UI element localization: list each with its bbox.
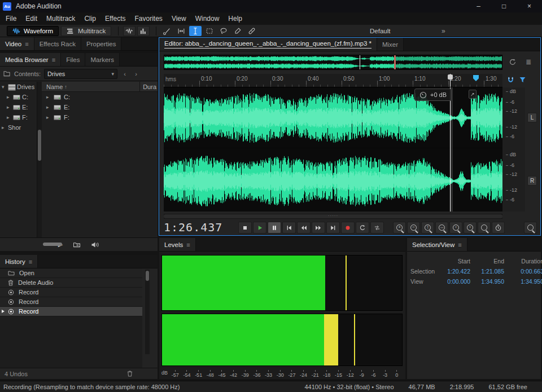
auto-play-toggle[interactable] xyxy=(91,241,99,248)
tab-mixer[interactable]: Mixer xyxy=(377,38,404,51)
timeline-ruler[interactable]: hms 0:100:200:300:400:501:001:101:201:30 xyxy=(164,74,502,87)
skip-to-start-button[interactable] xyxy=(282,222,296,234)
timer-record-button[interactable] xyxy=(492,222,505,234)
open-folder-button[interactable] xyxy=(73,241,81,248)
skip-to-end-button[interactable] xyxy=(326,222,340,234)
fast-forward-button[interactable] xyxy=(312,222,325,234)
skip-selection-button[interactable] xyxy=(370,222,384,234)
tree-item-drive-c[interactable]: ▸ C: xyxy=(0,92,37,102)
panel-menu-icon[interactable]: ≡ xyxy=(25,41,28,47)
waveform-display[interactable] xyxy=(164,87,502,212)
duration-column-header[interactable]: Dura xyxy=(139,82,156,92)
zoom-in-at-out-point-button[interactable]: › xyxy=(464,222,477,234)
tab-levels[interactable]: Levels ≡ xyxy=(159,238,196,251)
menu-item[interactable]: Edit xyxy=(21,12,42,25)
panel-menu-icon[interactable]: ≡ xyxy=(186,241,190,248)
lasso-selection-tool-button[interactable] xyxy=(217,26,230,36)
view-start-value[interactable]: 0:00.000 xyxy=(441,278,470,285)
waveform-display-button[interactable] xyxy=(123,26,136,36)
time-selection-tool-button[interactable] xyxy=(189,26,202,36)
history-item-record[interactable]: Record xyxy=(0,297,142,307)
paintbrush-selection-tool-button[interactable] xyxy=(231,26,244,36)
marker-filter-icon[interactable] xyxy=(518,75,527,85)
amplitude-ruler[interactable]: dB -6 -12 -12 -6 dB -6 -12 -12 -6 xyxy=(502,87,525,212)
panel-menu-icon[interactable]: ≡ xyxy=(458,241,461,248)
tab-history[interactable]: History ≡ xyxy=(0,255,38,268)
zoom-out-full-button[interactable] xyxy=(478,222,491,234)
overview-menu-icon[interactable]: ≣ xyxy=(523,57,534,67)
zoom-in-at-in-point-button[interactable]: ‹ xyxy=(449,222,462,234)
chevron-right-icon[interactable]: ▸ xyxy=(46,114,51,120)
waveform-canvas[interactable] xyxy=(164,87,502,212)
list-item-drive-c[interactable]: ▸ C: xyxy=(42,92,158,102)
list-item-drive-e[interactable]: ▸ E: xyxy=(42,102,158,112)
maximize-button[interactable]: □ xyxy=(491,0,517,12)
list-item-drive-f[interactable]: ▸ F: xyxy=(42,112,158,122)
snap-icon[interactable] xyxy=(506,75,515,85)
selection-duration-value[interactable]: 0:00.663 xyxy=(505,268,542,275)
tree-item-drive-f[interactable]: ▸ F: xyxy=(0,112,37,122)
tree-item-drive-e[interactable]: ▸ E: xyxy=(0,102,37,112)
history-item-record-current[interactable]: Record xyxy=(0,307,142,316)
close-button[interactable]: × xyxy=(517,0,542,12)
menu-item[interactable]: Effects xyxy=(100,12,130,25)
slip-tool-button[interactable] xyxy=(175,26,187,36)
workspace-overflow-chevrons[interactable]: » xyxy=(442,25,445,37)
multitrack-mode-button[interactable]: Multitrack xyxy=(61,26,111,36)
overview-waveform-canvas[interactable] xyxy=(164,55,502,69)
name-column-header[interactable]: Name xyxy=(46,83,63,90)
history-item-record[interactable]: Record xyxy=(0,288,142,297)
menu-item[interactable]: Help xyxy=(224,12,247,25)
menu-item[interactable]: Favorites xyxy=(130,12,167,25)
menu-item[interactable]: Clip xyxy=(80,12,100,25)
pause-button[interactable] xyxy=(268,222,281,234)
tree-item-drives[interactable]: ▾ Drives xyxy=(0,82,37,92)
record-button[interactable] xyxy=(341,222,355,234)
tab-selection-view[interactable]: Selection/View ≡ xyxy=(407,238,467,251)
razor-tool-button[interactable] xyxy=(161,26,173,36)
menu-item[interactable]: File xyxy=(1,12,21,25)
chevron-right-icon[interactable]: ▸ xyxy=(7,114,11,120)
loop-playback-button[interactable] xyxy=(356,222,369,234)
chevron-down-icon[interactable]: ▾ xyxy=(2,84,6,90)
rewind-button[interactable] xyxy=(297,222,311,234)
waveform-scrollbar-handle[interactable]: ····· xyxy=(164,214,502,218)
playhead-time-display[interactable]: 1:26.437 xyxy=(164,221,222,234)
zoom-in-amplitude-button[interactable]: ↕ xyxy=(421,222,434,234)
waveform-scrollbar[interactable]: ····· xyxy=(164,214,502,219)
menu-item[interactable]: Multitrack xyxy=(42,12,80,25)
history-scrollbar[interactable] xyxy=(145,270,150,354)
zoom-reset-button[interactable] xyxy=(524,222,537,234)
zoom-in-time-button[interactable]: + xyxy=(393,222,406,234)
chevron-right-icon[interactable]: ▸ xyxy=(7,94,11,100)
selection-start-value[interactable]: 1:20.422 xyxy=(441,268,470,275)
minimize-button[interactable]: – xyxy=(466,0,491,12)
loop-view-icon[interactable] xyxy=(507,57,518,67)
contents-dropdown[interactable]: Drives ▾ xyxy=(44,69,117,79)
volume-hud-value[interactable]: +0 dB xyxy=(430,91,447,98)
horizontal-scrollbar-handle[interactable] xyxy=(43,243,62,246)
marquee-selection-tool-button[interactable] xyxy=(203,26,216,36)
spectral-display-button[interactable] xyxy=(137,26,150,36)
chevron-right-icon[interactable]: ▸ xyxy=(46,104,51,110)
tab-media-browser[interactable]: Media Browser ≡ xyxy=(0,53,61,66)
selection-end-value[interactable]: 1:21.085 xyxy=(471,268,504,275)
right-channel-button[interactable]: R xyxy=(527,176,537,186)
tab-video[interactable]: Video ≡ xyxy=(0,37,34,50)
browser-back-button[interactable]: ‹ xyxy=(121,69,129,78)
panel-menu-icon[interactable]: ≡ xyxy=(29,258,32,265)
list-header[interactable]: Name ↑ Dura xyxy=(42,82,158,92)
zoom-out-time-button[interactable]: − xyxy=(407,222,420,234)
menu-item[interactable]: Window xyxy=(191,12,224,25)
view-duration-value[interactable]: 1:34.950 xyxy=(505,278,542,285)
history-item-open[interactable]: Open xyxy=(0,268,142,278)
tab-editor[interactable]: Editor: abba_-_dancing_queen_-_abba_-_da… xyxy=(159,38,377,51)
browser-forward-button[interactable]: › xyxy=(132,69,140,78)
tab-files[interactable]: Files xyxy=(61,53,85,66)
volume-hud[interactable]: +0 dB xyxy=(414,89,452,101)
volume-knob-icon[interactable] xyxy=(419,91,427,99)
zoom-to-selection-button[interactable]: ↔ xyxy=(435,222,448,234)
chevron-right-icon[interactable]: ▸ xyxy=(7,104,11,110)
clear-history-trash-button[interactable] xyxy=(127,371,133,377)
tree-item-shortcuts[interactable]: ▸ Shor xyxy=(0,122,37,133)
